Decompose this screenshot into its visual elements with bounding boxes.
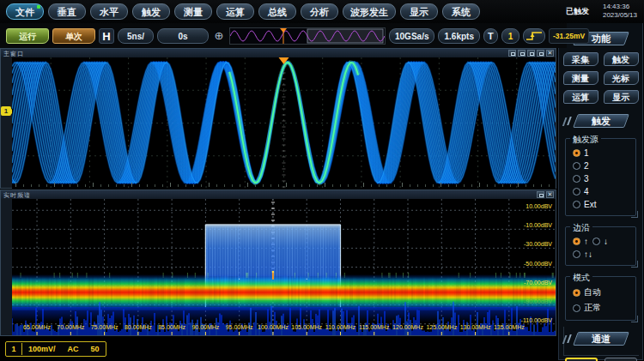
trigger-source-option-4[interactable]: 4 xyxy=(573,187,604,196)
clock: 14:43:36 2023/05/13 xyxy=(603,3,637,20)
channel-button-1[interactable]: 1 xyxy=(565,358,598,361)
spectrum-window-control-icon[interactable] xyxy=(537,191,544,198)
svg-text:70.00MHz: 70.00MHz xyxy=(57,324,84,330)
trigger-mode-option-正常[interactable]: 正常 xyxy=(573,302,601,314)
function-button-4[interactable]: 光标 xyxy=(604,71,639,85)
trigger-edge-radio-icon xyxy=(573,250,580,258)
svg-text:65.00MHz: 65.00MHz xyxy=(23,324,51,330)
horizontal-label: H xyxy=(99,28,114,44)
svg-text:120.00MHz: 120.00MHz xyxy=(392,324,423,330)
menu-item-2[interactable]: 垂直 xyxy=(48,3,86,20)
svg-text:110.00MHz: 110.00MHz xyxy=(325,324,356,330)
spectrum-window-close-icon[interactable]: ✕ xyxy=(546,191,554,198)
menu-item-10[interactable]: 显示 xyxy=(400,3,438,20)
rising-edge-icon[interactable] xyxy=(523,28,545,44)
channel-header: 通道 xyxy=(573,332,629,346)
trigger-edge-radio-icon xyxy=(592,238,600,245)
channel-impedance: 50 xyxy=(85,345,106,353)
main-window-gutter: 1 xyxy=(1,57,13,188)
channel-button-2[interactable]: 2 xyxy=(605,358,637,361)
trigger-status: 已触发 xyxy=(566,6,589,17)
menu-item-7[interactable]: 总线 xyxy=(258,3,296,20)
spectrum-window-gutter xyxy=(1,199,13,335)
spectrum-window: 实时频谱 ✕ 10.00dBV-10.00dBV-30.00dBV-50.00d… xyxy=(0,190,556,336)
svg-text:95.00MHz: 95.00MHz xyxy=(226,324,253,330)
status-block: 已触发 14:43:36 2023/05/13 xyxy=(566,3,637,20)
trigger-edge-label: 边沿 xyxy=(570,222,592,234)
svg-text:85.00MHz: 85.00MHz xyxy=(158,324,185,330)
function-button-1[interactable]: 采集 xyxy=(563,52,598,66)
svg-text:-50.00dBV: -50.00dBV xyxy=(524,261,552,267)
svg-text:-70.00dBV: -70.00dBV xyxy=(524,280,552,286)
trigger-edge-group: 边沿 ↑↓↑↓ xyxy=(565,226,636,266)
menu-item-3[interactable]: 水平 xyxy=(90,3,128,20)
main-window-control-icon[interactable] xyxy=(508,50,516,57)
trigger-edge-radio-icon xyxy=(573,238,580,245)
svg-text:-10.00dBV: -10.00dBV xyxy=(524,222,552,228)
main-waveform-plot[interactable] xyxy=(12,57,556,189)
right-panel: 功能 采集触发测量光标运算显示 触发 触发源 1234Ext 边沿 ↑↓↑↓ 模… xyxy=(558,19,643,360)
trigger-source-badge[interactable]: 1 xyxy=(501,28,519,44)
memory-depth-badge: 1.6kpts xyxy=(438,28,479,44)
zoom-icon[interactable]: ⊕ xyxy=(212,29,226,43)
trigger-source-radio-icon xyxy=(573,162,580,170)
channel1-badge[interactable]: 1 100mV/ AC 50 xyxy=(5,341,106,357)
trigger-mode-label: 模式 xyxy=(570,272,592,284)
trigger-source-option-ext[interactable]: Ext xyxy=(573,200,604,209)
svg-text:10.00dBV: 10.00dBV xyxy=(526,203,552,209)
main-window-control-icon[interactable] xyxy=(518,50,526,57)
channel-button-grid: 1234 xyxy=(559,358,642,361)
trigger-source-radio-icon xyxy=(573,188,580,196)
svg-text:105.00MHz: 105.00MHz xyxy=(291,324,322,330)
run-button[interactable]: 运行 xyxy=(6,28,49,44)
main-window-control-icon[interactable] xyxy=(527,50,535,57)
trigger-edge-option-↑[interactable]: ↑ xyxy=(573,237,588,246)
menu-item-6[interactable]: 运算 xyxy=(216,3,254,20)
horizontal-offset-button[interactable]: 0s xyxy=(157,28,209,44)
main-window-controls: ✕ xyxy=(508,50,554,57)
function-button-5[interactable]: 运算 xyxy=(563,90,598,104)
main-waveform-window: 主窗口 ✕ 1 xyxy=(0,48,556,189)
trigger-mode-radio-icon xyxy=(573,289,580,297)
main-window-close-icon[interactable]: ✕ xyxy=(546,50,554,57)
trigger-source-option-3[interactable]: 3 xyxy=(573,174,604,184)
channel1-ground-marker[interactable]: 1 xyxy=(1,106,11,116)
main-window-control-icon[interactable] xyxy=(537,50,544,57)
time: 14:43:36 xyxy=(603,3,637,11)
trigger-level-badge[interactable]: -31.25mV xyxy=(549,28,589,44)
date: 2023/05/13 xyxy=(603,11,637,20)
sample-rate-badge: 10GSa/s xyxy=(389,28,434,44)
svg-text:115.00MHz: 115.00MHz xyxy=(359,324,390,330)
oscilloscope-screen: 文件垂直水平触发测量运算总线分析波形发生显示系统 已触发 14:43:36 20… xyxy=(0,0,644,361)
svg-text:100.00MHz: 100.00MHz xyxy=(258,324,289,330)
trigger-source-option-1[interactable]: 1 xyxy=(573,148,604,158)
function-button-3[interactable]: 测量 xyxy=(563,71,598,85)
toolbar: 运行 单次 H 5ns/ 0s ⊕ 10GSa/s 1.6kpts T 1 -3… xyxy=(0,23,567,48)
spectrum-window-controls: ✕ xyxy=(537,191,554,198)
trigger-edge-option-↑↓[interactable]: ↑↓ xyxy=(573,250,592,259)
svg-text:-30.00dBV: -30.00dBV xyxy=(524,241,552,247)
trigger-source-radio-icon xyxy=(573,175,580,183)
trigger-edge-option-↓[interactable]: ↓ xyxy=(592,237,608,246)
svg-text:-90.00dBV: -90.00dBV xyxy=(524,298,552,304)
menu-item-1[interactable]: 文件 xyxy=(6,3,44,20)
menu-item-4[interactable]: 触发 xyxy=(132,3,170,20)
trigger-t-label: T xyxy=(483,28,498,44)
trigger-source-radio-icon xyxy=(573,201,580,208)
spectrum-plot[interactable]: 10.00dBV-10.00dBV-30.00dBV-50.00dBV-70.0… xyxy=(12,199,556,335)
menu-item-5[interactable]: 测量 xyxy=(174,3,212,20)
trigger-mode-option-自动[interactable]: 自动 xyxy=(573,286,601,298)
trigger-source-option-2[interactable]: 2 xyxy=(573,161,604,171)
svg-text:-110.00dBV: -110.00dBV xyxy=(521,317,553,323)
menu-item-9[interactable]: 波形发生 xyxy=(343,3,396,20)
timebase-button[interactable]: 5ns/ xyxy=(118,28,154,44)
menu-item-11[interactable]: 系统 xyxy=(442,3,480,20)
svg-text:80.00MHz: 80.00MHz xyxy=(125,324,152,330)
channel-coupling: AC xyxy=(62,345,85,353)
menu-item-8[interactable]: 分析 xyxy=(301,3,338,20)
waveform-preview-strip[interactable] xyxy=(229,27,386,45)
function-button-2[interactable]: 触发 xyxy=(604,52,639,66)
function-button-6[interactable]: 显示 xyxy=(604,90,639,104)
trigger-source-label: 触发源 xyxy=(570,134,601,146)
single-button[interactable]: 单次 xyxy=(52,28,95,44)
